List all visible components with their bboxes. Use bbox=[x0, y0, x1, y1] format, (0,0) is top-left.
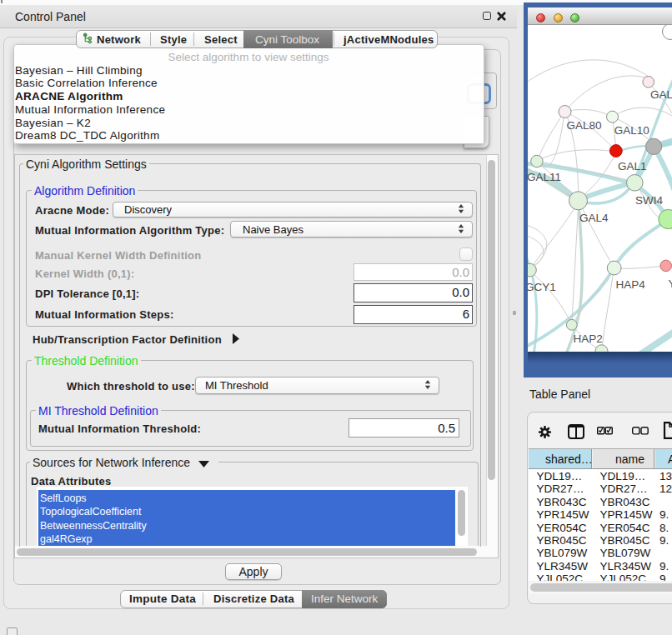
svg-text:HAP2: HAP2 bbox=[574, 332, 603, 345]
svg-text:GAL11: GAL11 bbox=[528, 171, 561, 183]
svg-text:GAL4: GAL4 bbox=[579, 212, 609, 224]
svg-text:GAL80: GAL80 bbox=[567, 119, 602, 132]
svg-text:HAP4: HAP4 bbox=[616, 278, 646, 291]
svg-text:GAL10: GAL10 bbox=[614, 124, 649, 137]
svg-text:Y: Y bbox=[669, 278, 672, 290]
svg-text:GAL8: GAL8 bbox=[650, 88, 672, 101]
svg-text:SWI4: SWI4 bbox=[635, 194, 663, 207]
svg-text:GAL1: GAL1 bbox=[618, 160, 647, 172]
svg-text:GCY1: GCY1 bbox=[528, 281, 556, 293]
